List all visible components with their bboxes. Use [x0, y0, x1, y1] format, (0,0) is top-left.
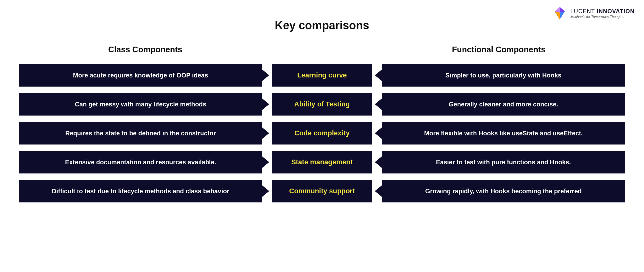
left-box-3: Extensive documentation and resources av…	[19, 151, 262, 173]
center-label-3: State management	[272, 151, 372, 173]
left-box-4: Difficult to test due to lifecycle metho…	[19, 180, 262, 202]
left-column-header: Class Components	[19, 45, 272, 54]
svg-marker-4	[560, 11, 565, 20]
comparison-row: Difficult to test due to lifecycle metho…	[19, 180, 625, 202]
left-box-2: Requires the state to be defined in the …	[19, 122, 262, 144]
page-container: LUCENT INNOVATION Mechanic for Tomorrow'…	[0, 0, 644, 272]
left-box-1: Can get messy with many lifecycle method…	[19, 93, 262, 116]
center-label-1: Ability of Testing	[272, 93, 372, 116]
comparisons-container: More acute requires knowledge of OOP ide…	[0, 64, 644, 202]
right-box-3: Easier to test with pure functions and H…	[382, 151, 625, 173]
logo-icon	[552, 6, 567, 21]
page-title: Key comparisons	[0, 0, 644, 32]
right-box-0: Simpler to use, particularly with Hooks	[382, 64, 625, 87]
right-box-4: Growing rapidly, with Hooks becoming the…	[382, 180, 625, 202]
comparison-row: Requires the state to be defined in the …	[19, 122, 625, 144]
center-label-0: Learning curve	[272, 64, 372, 87]
right-column-header: Functional Components	[372, 45, 625, 54]
logo-brand-bold: INNOVATION	[597, 8, 635, 14]
right-box-1: Generally cleaner and more concise.	[382, 93, 625, 116]
column-headers: Class Components Functional Components	[0, 45, 644, 54]
comparison-row: More acute requires knowledge of OOP ide…	[19, 64, 625, 87]
logo-text-container: LUCENT INNOVATION Mechanic for Tomorrow'…	[570, 8, 635, 19]
comparison-row: Can get messy with many lifecycle method…	[19, 93, 625, 116]
left-box-0: More acute requires knowledge of OOP ide…	[19, 64, 262, 87]
center-label-4: Community support	[272, 180, 372, 202]
logo-brand: LUCENT INNOVATION	[570, 8, 635, 15]
right-box-2: More flexible with Hooks like useState a…	[382, 122, 625, 144]
logo-tagline: Mechanic for Tomorrow's Thoughts	[570, 15, 635, 19]
center-label-2: Code complexity	[272, 122, 372, 144]
comparison-row: Extensive documentation and resources av…	[19, 151, 625, 173]
logo-area: LUCENT INNOVATION Mechanic for Tomorrow'…	[552, 6, 635, 21]
svg-marker-3	[555, 11, 560, 20]
